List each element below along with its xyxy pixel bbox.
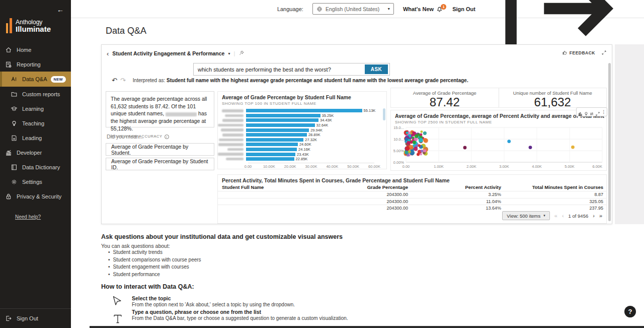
nav-icon: [5, 46, 12, 53]
sidebar-item-data-dictionary[interactable]: Data Dictionary: [0, 160, 71, 174]
pin-icon[interactable]: [238, 49, 245, 58]
cursor-icon: [111, 295, 123, 307]
sidebar-item-learning[interactable]: Learning: [0, 101, 71, 116]
bar-row[interactable]: 29.94K: [218, 127, 386, 133]
interpretation-row: ↶ ↷ Interpreted as: Student full name wi…: [112, 77, 468, 84]
last-page-icon[interactable]: »: [599, 213, 602, 219]
sidebar-item-home[interactable]: Home: [0, 42, 71, 57]
table-column-header[interactable]: Grade Percentage: [333, 184, 408, 190]
expand-icon[interactable]: [601, 48, 607, 57]
feedback-label: FEEDBACK: [570, 50, 595, 55]
bar-row[interactable]: 55.13K: [218, 108, 386, 113]
sidebar-item-privacy-security[interactable]: Privacy & Security: [0, 189, 71, 204]
bar: [246, 143, 298, 146]
redacted-category-label: [218, 153, 246, 156]
bullet-item: •Student performance: [108, 272, 201, 277]
bar-row[interactable]: 24.60K: [218, 142, 386, 147]
suggestion-item[interactable]: Average of Grade Percentage by Student.: [106, 143, 214, 156]
prev-page-icon[interactable]: ‹: [562, 213, 564, 219]
sidebar-item-teaching[interactable]: Teaching: [0, 116, 71, 130]
bar-value-label: 55.13K: [364, 108, 376, 113]
redacted-category-label: [218, 134, 246, 137]
undo-icon[interactable]: ↶: [112, 77, 117, 84]
bar-row[interactable]: 24.16K: [218, 147, 386, 152]
view-items-label: View: 500 items: [507, 213, 540, 219]
text-tool-icon: [112, 313, 124, 325]
bar-row[interactable]: 27.32K: [218, 138, 386, 143]
bar-row[interactable]: 34.43K: [218, 118, 386, 123]
more-options-icon[interactable]: ⋮: [601, 110, 606, 114]
bar-row[interactable]: 22.85K: [218, 157, 386, 162]
language-dropdown[interactable]: English (United States) ▾: [312, 3, 394, 15]
main-content: Language: English (United States) ▾ What…: [71, 0, 644, 328]
table-column-header[interactable]: Percent Activity: [408, 184, 501, 190]
swap-axes-icon[interactable]: [589, 109, 594, 114]
sidebar-item-reporting[interactable]: Reporting: [0, 57, 71, 72]
bar-value-label: 28.89K: [308, 133, 320, 137]
bar: [246, 153, 295, 156]
nav-icon: [5, 149, 12, 156]
info-icon[interactable]: i: [165, 135, 169, 139]
sidebar-item-custom-reports[interactable]: Custom reports: [0, 87, 71, 101]
table-row[interactable]: 204300.003.25%8.87: [218, 191, 606, 198]
sidebar-item-settings[interactable]: Settings: [0, 174, 71, 189]
new-badge: NEW: [51, 76, 66, 83]
need-help-link[interactable]: Need help?: [15, 214, 41, 220]
bar-row[interactable]: 23.43K: [218, 152, 386, 157]
bar-row[interactable]: 35.25K: [218, 113, 386, 118]
scatter-plot: 0.001.00K2.00K3.00K4.00K5.00K6.00K0.00%5…: [391, 110, 607, 171]
question-input[interactable]: [194, 67, 365, 73]
bar: [246, 148, 297, 151]
ask-button[interactable]: ASK: [365, 64, 388, 74]
table-row[interactable]: 204300.0011.04%325.05: [218, 198, 606, 205]
bar-chart-subtitle: SHOWING TOP 100 IN STUDENT FULL NAME: [222, 101, 316, 106]
svg-text:5.00K: 5.00K: [565, 164, 575, 169]
nav-icon: [11, 120, 18, 127]
interpreted-prefix: Interpreted as:: [133, 78, 165, 83]
table-column-header[interactable]: Student Full Name: [222, 184, 333, 190]
table-header-row: Student Full NameGrade PercentagePercent…: [218, 183, 606, 191]
current-page: 1: [569, 213, 571, 219]
sidebar-sign-out[interactable]: Sign Out: [0, 308, 71, 328]
step-desc: From the option next to 'Ask about,' sel…: [132, 302, 295, 307]
nav-icon: [5, 193, 12, 200]
bar-chart-scrollbar[interactable]: [383, 108, 385, 120]
bullet-item: •Student activity trends: [108, 249, 201, 255]
question-bar: ASK: [193, 63, 390, 76]
sidebar-item-developer[interactable]: Developer: [0, 145, 71, 160]
redacted-category-label: [218, 124, 246, 127]
bar-row[interactable]: 32.64K: [218, 123, 386, 128]
redacted-category-label: [218, 143, 246, 146]
suggestion-item[interactable]: Average of Grade Percentage by Student I…: [106, 158, 214, 170]
language-value: English (United States): [326, 6, 379, 12]
chart-type-icon[interactable]: [578, 109, 583, 114]
table-pagination: View: 500 items ▾ « ‹ 1 of 9456 › »: [502, 211, 602, 220]
table-widget: Percent Activity, Total Minutes Spent in…: [217, 174, 607, 224]
next-page-icon[interactable]: ›: [593, 213, 595, 219]
sidebar-item-data-qa[interactable]: Data Q&A NEW: [0, 72, 71, 87]
sidebar: ← Anthology Illuminate Home Reporting Da…: [0, 0, 71, 328]
whats-new-button[interactable]: What's New 1: [403, 5, 443, 13]
sidebar-item-leading[interactable]: Leading: [0, 130, 71, 145]
x-tick-label: 60.00K: [368, 164, 380, 169]
dashboard-scrollbar[interactable]: [608, 63, 611, 221]
view-items-dropdown[interactable]: View: 500 items ▾: [502, 211, 549, 220]
bar: [246, 157, 294, 161]
expand-visual-icon[interactable]: [595, 109, 600, 114]
table-column-header[interactable]: Total Minutes Spent in Courses: [501, 184, 603, 190]
collapse-sidebar-icon[interactable]: ←: [57, 6, 64, 14]
ask-section-intro: You can ask questions about:: [101, 243, 170, 249]
back-chevron-icon[interactable]: ‹: [107, 50, 109, 57]
topic-dropdown[interactable]: Student Activity Engagement & Performanc…: [112, 50, 224, 56]
bar-row[interactable]: 28.89K: [218, 133, 386, 138]
table-row[interactable]: 204300.0013.64%237.95: [218, 205, 606, 212]
help-button[interactable]: ?: [624, 306, 636, 317]
svg-text:0.00: 0.00: [403, 164, 410, 169]
feedback-button[interactable]: FEEDBACK: [562, 50, 595, 56]
redo-icon[interactable]: ↷: [120, 77, 126, 84]
logo-bars-icon: [6, 16, 12, 33]
first-page-icon[interactable]: «: [554, 213, 557, 219]
visual-toolbar: ⋮: [576, 107, 607, 116]
insight-bulb-icon[interactable]: [584, 109, 589, 114]
bar: [246, 138, 303, 142]
